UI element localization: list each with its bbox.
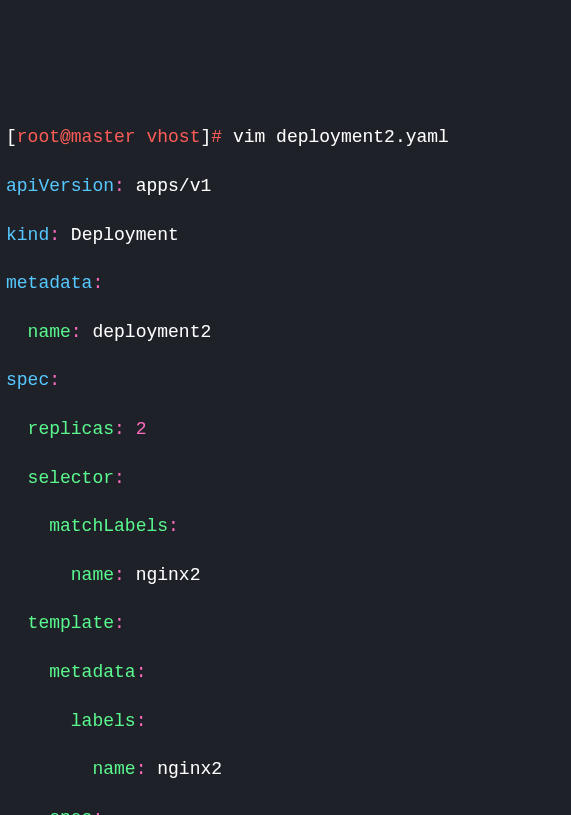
- yaml-key: apiVersion: [6, 176, 114, 196]
- yaml-key: replicas: [28, 419, 114, 439]
- yaml-key: spec: [49, 808, 92, 815]
- yaml-line: matchLabels:: [6, 514, 565, 538]
- prompt-userhost: root@master vhost: [17, 127, 201, 147]
- yaml-value: apps/v1: [136, 176, 212, 196]
- yaml-key: spec: [6, 370, 49, 390]
- yaml-key: labels: [71, 711, 136, 731]
- yaml-key: metadata: [49, 662, 135, 682]
- yaml-key: kind: [6, 225, 49, 245]
- yaml-key: template: [28, 613, 114, 633]
- command-text: vim deployment2.yaml: [233, 127, 449, 147]
- yaml-line: replicas: 2: [6, 417, 565, 441]
- yaml-line: template:: [6, 611, 565, 635]
- yaml-line: name: nginx2: [6, 757, 565, 781]
- prompt-hash: #: [211, 127, 222, 147]
- yaml-key: name: [92, 759, 135, 779]
- yaml-line: name: nginx2: [6, 563, 565, 587]
- yaml-key: name: [71, 565, 114, 585]
- terminal[interactable]: [root@master vhost]# vim deployment2.yam…: [6, 101, 565, 815]
- yaml-line: kind: Deployment: [6, 223, 565, 247]
- yaml-key: name: [28, 322, 71, 342]
- yaml-line: spec:: [6, 368, 565, 392]
- yaml-value: 2: [136, 419, 147, 439]
- yaml-line: labels:: [6, 709, 565, 733]
- prompt-line: [root@master vhost]# vim deployment2.yam…: [6, 125, 565, 149]
- prompt-rbracket: ]: [200, 127, 211, 147]
- yaml-line: spec:: [6, 806, 565, 815]
- yaml-value: deployment2: [92, 322, 211, 342]
- prompt-lbracket: [: [6, 127, 17, 147]
- yaml-line: selector:: [6, 466, 565, 490]
- yaml-value: nginx2: [136, 565, 201, 585]
- yaml-key: matchLabels: [49, 516, 168, 536]
- yaml-line: apiVersion: apps/v1: [6, 174, 565, 198]
- yaml-line: name: deployment2: [6, 320, 565, 344]
- yaml-line: metadata:: [6, 271, 565, 295]
- yaml-value: Deployment: [71, 225, 179, 245]
- yaml-line: metadata:: [6, 660, 565, 684]
- yaml-key: metadata: [6, 273, 92, 293]
- yaml-value: nginx2: [157, 759, 222, 779]
- yaml-key: selector: [28, 468, 114, 488]
